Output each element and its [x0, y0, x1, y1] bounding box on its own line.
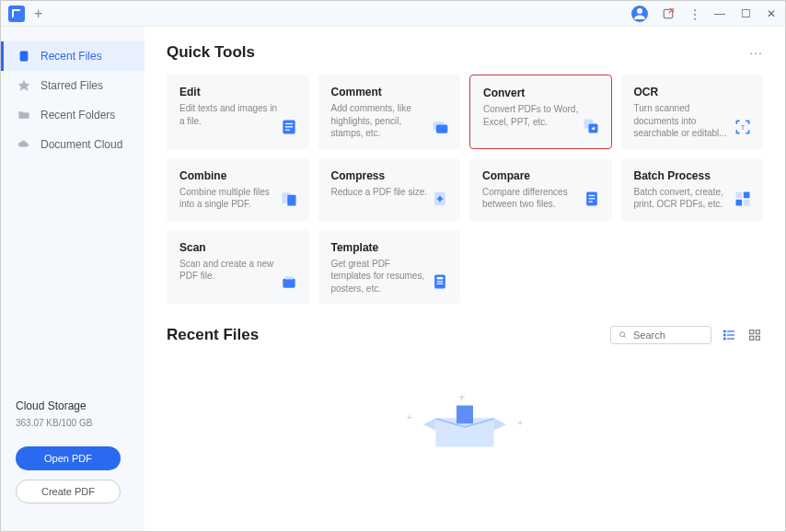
titlebar: + ⋯ — ☐ ✕ — [1, 1, 785, 27]
tool-card-template[interactable]: Template Get great PDF templates for res… — [318, 230, 461, 305]
grid-view-button[interactable] — [746, 327, 763, 343]
tool-title: Convert — [483, 87, 598, 99]
cloud-storage-usage: 363.07 KB/100 GB — [16, 418, 130, 428]
account-avatar-icon[interactable] — [631, 6, 648, 22]
tool-desc: Add comments, like highlights, pencil, s… — [331, 102, 433, 140]
convert-icon — [580, 115, 602, 137]
svg-rect-24 — [744, 199, 750, 205]
svg-rect-23 — [736, 199, 743, 205]
svg-point-31 — [620, 332, 625, 337]
create-pdf-button[interactable]: Create PDF — [16, 480, 121, 503]
svg-rect-33 — [723, 330, 726, 333]
combine-icon — [278, 188, 300, 210]
svg-rect-39 — [750, 330, 754, 334]
tool-card-compare[interactable]: Compare Compare differences between two … — [469, 158, 612, 221]
quick-tools-title: Quick Tools — [167, 43, 255, 62]
svg-marker-45 — [423, 418, 436, 431]
svg-rect-28 — [437, 277, 444, 280]
svg-rect-20 — [588, 201, 592, 202]
quick-tools-grid: Edit Edit texts and images in a file. Co… — [167, 75, 763, 304]
folder-icon — [17, 108, 31, 122]
search-input[interactable] — [633, 330, 703, 341]
tool-title: Batch Process — [634, 169, 751, 182]
search-icon — [618, 330, 628, 341]
tool-card-comment[interactable]: Comment Add comments, like highlights, p… — [318, 75, 461, 149]
tool-title: Template — [331, 241, 448, 254]
svg-rect-36 — [727, 334, 734, 335]
tool-desc: Scan and create a new PDF file. — [179, 258, 281, 283]
svg-rect-40 — [756, 330, 759, 334]
sidebar-item-document-cloud[interactable]: Document Cloud — [1, 130, 144, 159]
ocr-icon: T — [732, 116, 754, 138]
svg-marker-3 — [18, 80, 29, 90]
cloud-icon — [17, 137, 31, 152]
tool-title: Compress — [331, 169, 448, 182]
compress-icon — [429, 188, 451, 210]
svg-text:T: T — [741, 123, 746, 132]
svg-point-0 — [637, 8, 642, 14]
svg-rect-16 — [438, 197, 441, 200]
maximize-button[interactable]: ☐ — [739, 7, 752, 20]
tool-card-ocr[interactable]: OCR Turn scanned documents into searchab… — [621, 75, 764, 149]
svg-rect-37 — [723, 338, 726, 341]
sidebar-item-label: Document Cloud — [40, 138, 122, 151]
tool-desc: Combine multiple files into a single PDF… — [179, 186, 281, 211]
tool-card-compress[interactable]: Compress Reduce a PDF file size. — [318, 158, 461, 221]
sidebar-item-recent-folders[interactable]: Recent Folders — [1, 100, 144, 130]
svg-rect-34 — [727, 330, 734, 331]
overflow-menu-icon[interactable]: ⋯ — [688, 7, 702, 19]
tool-desc: Convert PDFs to Word, Excel, PPT, etc. — [483, 103, 584, 128]
svg-marker-46 — [494, 418, 507, 431]
svg-rect-7 — [284, 129, 289, 130]
edit-icon — [278, 116, 300, 138]
file-icon — [17, 49, 31, 64]
svg-rect-22 — [744, 191, 750, 198]
sidebar-item-recent-files[interactable]: Recent Files — [1, 41, 144, 71]
svg-rect-41 — [750, 336, 754, 340]
tool-card-convert[interactable]: Convert Convert PDFs to Word, Excel, PPT… — [469, 75, 612, 149]
empty-box-icon: + + + — [423, 401, 506, 455]
sidebar-item-starred-files[interactable]: Starred Files — [1, 71, 144, 100]
svg-rect-14 — [287, 194, 295, 205]
cloud-storage-label: Cloud Storage — [16, 399, 130, 412]
comment-icon — [429, 116, 451, 138]
quick-tools-more-button[interactable]: ··· — [749, 45, 763, 60]
minimize-button[interactable]: — — [713, 7, 726, 20]
tool-title: Compare — [482, 169, 599, 182]
svg-rect-42 — [756, 336, 759, 340]
tool-title: Comment — [331, 86, 448, 98]
close-button[interactable]: ✕ — [765, 7, 778, 20]
tool-title: Combine — [179, 169, 296, 182]
open-pdf-button[interactable]: Open PDF — [16, 446, 121, 470]
tool-card-batch-process[interactable]: Batch Process Batch convert, create, pri… — [621, 158, 764, 221]
svg-rect-26 — [284, 276, 292, 279]
batch-icon — [732, 188, 754, 210]
scan-icon — [278, 271, 300, 293]
main-content: Quick Tools ··· Edit Edit texts and imag… — [144, 27, 785, 531]
search-box[interactable] — [610, 326, 711, 344]
svg-rect-2 — [20, 52, 28, 62]
sidebar-item-label: Recent Folders — [40, 109, 115, 121]
svg-rect-47 — [457, 406, 473, 424]
tool-title: OCR — [634, 86, 751, 98]
tool-card-combine[interactable]: Combine Combine multiple files into a si… — [167, 158, 309, 221]
list-view-button[interactable] — [721, 327, 737, 343]
new-tab-button[interactable]: + — [34, 6, 42, 22]
share-icon[interactable] — [661, 6, 676, 21]
svg-line-32 — [624, 336, 626, 338]
tool-desc: Edit texts and images in a file. — [179, 102, 281, 127]
tool-desc: Batch convert, create, print, OCR PDFs, … — [634, 186, 735, 211]
tool-card-scan[interactable]: Scan Scan and create a new PDF file. — [167, 230, 309, 305]
tool-title: Scan — [179, 241, 296, 254]
template-icon — [429, 271, 451, 293]
tool-card-edit[interactable]: Edit Edit texts and images in a file. — [167, 75, 309, 149]
tool-desc: Get great PDF templates for resumes, pos… — [331, 258, 433, 295]
svg-rect-19 — [588, 198, 595, 199]
svg-rect-5 — [284, 122, 292, 123]
svg-rect-25 — [283, 279, 295, 288]
svg-rect-29 — [437, 281, 444, 282]
tool-desc: Compare differences between two files. — [482, 186, 584, 211]
compare-icon — [581, 188, 603, 210]
svg-rect-30 — [437, 283, 444, 284]
sidebar: Recent Files Starred Files Recent Folder… — [1, 27, 144, 531]
